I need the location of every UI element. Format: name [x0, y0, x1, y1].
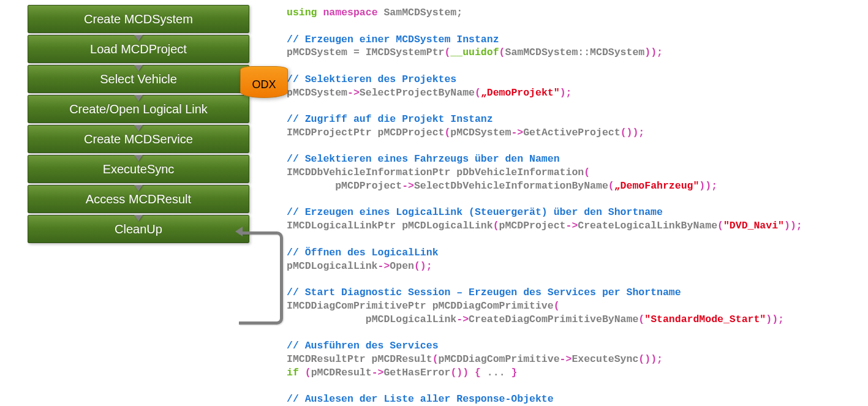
- arrow-op: ->: [456, 314, 469, 325]
- step-label: Create MCDService: [84, 132, 193, 146]
- comment: // Auslesen der Liste aller Response-Obj…: [287, 393, 554, 405]
- code-text: pMCDSystem: [287, 87, 347, 99]
- uuidof: __uuidof: [450, 47, 499, 58]
- string: „DemoFahrzeug": [614, 180, 700, 192]
- arrow-op: ->: [560, 353, 572, 365]
- paren: (: [608, 180, 614, 192]
- loop-arrowhead-icon: [235, 227, 243, 236]
- code-text: IMCDDiagComPrimitivePtr pMCDDiagComPrimi…: [287, 300, 554, 312]
- code-text: IMCDResultPtr pMCDResult: [287, 353, 432, 365]
- arrow-op: ->: [378, 260, 390, 272]
- paren: (: [444, 47, 450, 58]
- paren: (: [584, 167, 590, 178]
- step-label: Create MCDSystem: [84, 12, 193, 26]
- arrow-op: ->: [347, 87, 360, 99]
- ns-name: SamMCDSystem;: [383, 7, 462, 18]
- paren: (: [432, 353, 439, 365]
- paren: (: [499, 47, 505, 58]
- string: "DVD_Navi": [723, 220, 784, 231]
- step-create-mcdsystem: Create MCDSystem: [28, 5, 249, 33]
- paren: ());: [621, 127, 645, 138]
- step-label: Select Vehicle: [100, 72, 177, 86]
- brace: }: [511, 367, 517, 378]
- code-text: pMCDLogicalLink: [366, 314, 457, 325]
- paren: );: [560, 87, 572, 99]
- paren: ));: [644, 47, 663, 58]
- brace: {: [475, 367, 481, 378]
- code-text: IMCDDbVehicleInformationPtr pDbVehicleIn…: [287, 167, 584, 178]
- odx-cylinder-icon: ODX: [240, 66, 288, 98]
- code-text: IMCDLogicalLinkPtr pMCDLogicalLink: [287, 220, 493, 231]
- code-text: pMCDDiagComPrimitive: [439, 353, 560, 365]
- code-block: using namespace SamMCDSystem; // Erzeuge…: [287, 5, 863, 406]
- paren: ));: [784, 220, 802, 231]
- arrow-op: ->: [565, 220, 578, 231]
- code-text: IMCDProjectPtr pMCDProject: [287, 127, 444, 138]
- loop-arrow-icon: [239, 231, 283, 325]
- code-text: SamMCDSystem::MCDSystem: [505, 47, 644, 58]
- fn: GetHasError: [383, 367, 450, 378]
- comment: // Zugriff auf die Projekt Instanz: [287, 113, 493, 125]
- code-text: pMCDProject: [335, 180, 402, 192]
- comment: // Erzeugen einer MCDSystem Instanz: [287, 34, 499, 45]
- kw-using: using: [287, 7, 317, 18]
- paren: ());: [638, 353, 663, 365]
- fn: CreateLogicalLinkByName: [578, 220, 717, 231]
- paren: ()): [450, 367, 469, 378]
- step-label: ExecuteSync: [103, 162, 175, 176]
- fn: SelectDbVehicleInformationByName: [414, 180, 608, 192]
- code-text: pMCDSystem: [450, 127, 511, 138]
- kw-namespace: namespace: [323, 7, 377, 18]
- comment: // Start Diagnostic Session – Erzeugen d…: [287, 287, 681, 298]
- fn: Open: [390, 260, 414, 272]
- flowchart: Create MCDSystem Load MCDProject Select …: [10, 5, 267, 243]
- arrow-op: ->: [511, 127, 523, 138]
- paren: (: [305, 367, 311, 378]
- code-text: pMCDLogicalLink: [287, 260, 378, 272]
- string: „DemoProjekt": [481, 87, 560, 99]
- kw-if: if: [287, 367, 299, 378]
- dots: ...: [487, 367, 505, 378]
- arrow-op: ->: [402, 180, 414, 192]
- comment: // Öffnen des LogicalLink: [287, 247, 439, 258]
- step-label: CleanUp: [115, 222, 162, 236]
- paren: (: [554, 300, 560, 312]
- fn: GetActiveProject: [523, 127, 620, 138]
- step-label: Access MCDResult: [86, 192, 191, 206]
- arrow-op: ->: [372, 367, 384, 378]
- code-text: pMCDResult: [311, 367, 372, 378]
- step-label: Create/Open Logical Link: [69, 102, 208, 116]
- code-text: pMCDSystem = IMCDSystemPtr: [287, 47, 444, 58]
- layout: Create MCDSystem Load MCDProject Select …: [10, 5, 863, 406]
- paren: (: [717, 220, 723, 231]
- fn: SelectProjectByName: [360, 87, 475, 99]
- odx-label: ODX: [252, 78, 276, 91]
- comment: // Ausführen des Services: [287, 340, 439, 351]
- comment: // Selektieren des Projektes: [287, 73, 456, 85]
- string: "StandardMode_Start": [644, 314, 766, 325]
- step-label: Load MCDProject: [90, 42, 187, 56]
- paren: (: [493, 220, 499, 231]
- paren: (: [475, 87, 481, 99]
- paren: ();: [414, 260, 432, 272]
- comment: // Erzeugen eines LogicalLink (Steuerger…: [287, 206, 663, 218]
- fn: CreateDiagComPrimitiveByName: [469, 314, 638, 325]
- paren: (: [444, 127, 450, 138]
- comment: // Selektieren eines Fahrzeugs über den …: [287, 153, 560, 165]
- paren: ));: [766, 314, 784, 325]
- fn: ExecuteSync: [572, 353, 638, 365]
- paren: (: [638, 314, 644, 325]
- code-text: pMCDProject: [499, 220, 566, 231]
- paren: ));: [699, 180, 717, 192]
